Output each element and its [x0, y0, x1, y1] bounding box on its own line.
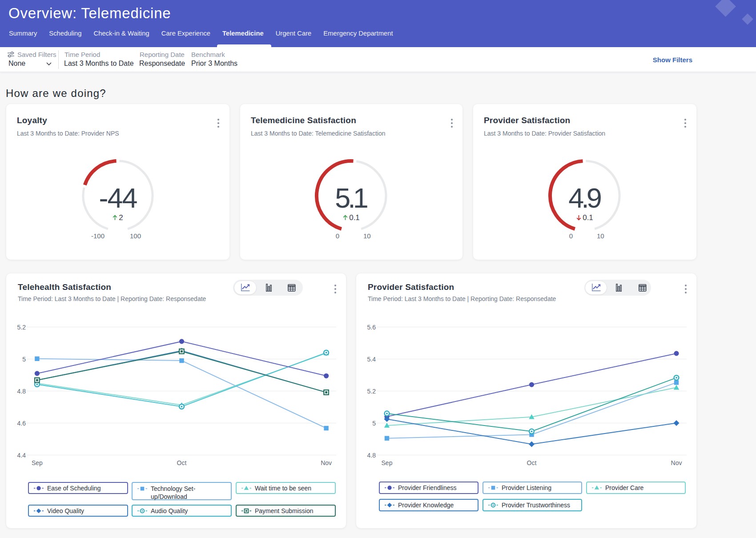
svg-text:Oct: Oct — [527, 459, 537, 466]
svg-text:5.2: 5.2 — [17, 324, 26, 331]
svg-text:5.2: 5.2 — [367, 388, 376, 395]
svg-text:4.6: 4.6 — [17, 420, 26, 427]
svg-text:4.8: 4.8 — [367, 452, 376, 459]
svg-text:Nov: Nov — [321, 459, 332, 466]
svg-text:5: 5 — [372, 420, 376, 427]
svg-text:5: 5 — [22, 356, 26, 363]
svg-text:4.8: 4.8 — [17, 388, 26, 395]
svg-text:Oct: Oct — [177, 459, 187, 466]
svg-text:5.4: 5.4 — [367, 356, 376, 363]
svg-text:Sep: Sep — [382, 459, 393, 466]
svg-text:Nov: Nov — [671, 459, 682, 466]
svg-text:Sep: Sep — [32, 459, 43, 466]
svg-text:5.6: 5.6 — [367, 324, 376, 331]
svg-text:4.4: 4.4 — [17, 452, 26, 459]
